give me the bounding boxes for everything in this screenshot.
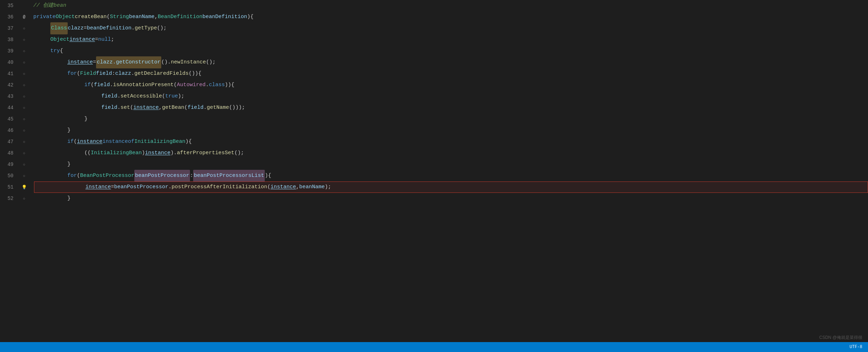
punct-36a: ( [107,11,110,23]
method-newInst-40: newInstance [171,57,206,68]
code-line-48: (( InitializingBean ) instance ). afterP… [33,147,868,159]
var-beanName-36: beanName [129,11,155,23]
ln-50: 50 [3,170,15,181]
method-getDecl-41: getDeclaredFields [134,68,189,79]
var-field-42: field [94,79,110,91]
kw-instanceof-47: instanceof [102,136,134,147]
dot-41: . [131,68,134,79]
paren-51a: ( [267,181,270,193]
paren-50a: ( [77,170,80,181]
comma-51: , [296,181,299,193]
code-lines: // 创建bean private Object createBean ( St… [30,0,868,342]
code-line-36: private Object createBean ( String beanN… [33,11,868,23]
code-line-42: if ( field . isAnnotationPresent ( Autow… [33,79,868,91]
gutter-51: 💡 [18,181,30,193]
var-field-44: field [101,102,117,113]
var-field-41: field [96,68,112,79]
semi-48: (); [234,147,244,159]
bool-true-43: true [165,91,178,102]
semi-51: ); [325,181,331,193]
code-line-45: } [33,113,868,125]
var-beanDef-36: beanDefinition [202,11,247,23]
brace-39: { [60,45,63,57]
gutter-37: ◇ [18,23,30,34]
type-string-36: String [110,11,129,23]
dot-42: . [110,79,113,91]
gutter-40: ◇ [18,57,30,68]
gutter-44: ◇ [18,102,30,113]
code-line-47: if ( instance instanceof InitializingBea… [33,136,868,147]
ln-42: 42 [3,79,15,91]
dot2-42: . [206,79,209,91]
kw-if-47: if [67,136,74,147]
eq-37: = [84,23,87,34]
paren-44a: ( [130,102,133,113]
gutter: @ ◇ ◇ ◇ ◇ ◇ ◇ ◇ ◇ ◇ ◇ ◇ ◇ ◇ ◇ 💡 ◇ [18,0,30,342]
kw-class-42: class [209,79,225,91]
type-init-47: InitializingBean [134,136,185,147]
ln-41: 41 [3,68,15,79]
eq-51: = [111,181,114,193]
ln-43: 43 [3,91,15,102]
eq-38: = [95,34,98,45]
method-getBean-44: getBean [162,102,184,113]
var-beanDef2-37: beanDefinition [87,23,131,34]
semi-40: (); [206,57,215,68]
kw-for-41: for [67,68,77,79]
gutter-42: ◇ [18,79,30,91]
ln-52: 52 [3,193,15,204]
gutter-45: ◇ [18,113,30,125]
paren-48c: ). [170,147,177,159]
punct-50: ){ [265,170,271,181]
method-postProcess-51: postProcessAfterInitialization [172,181,267,193]
status-bar: UTF-8 [0,342,868,352]
var-field-43: field [101,91,117,102]
ln-47: 47 [3,136,15,147]
paren-40: () [161,57,168,68]
var-bpp-51: beanPostProcessor [114,181,168,193]
code-line-49: } [33,159,868,170]
method-afterProps-48: afterPropertiesSet [177,147,234,159]
type-beanDef-36: BeanDefinition [158,11,202,23]
code-line-40: instance = clazz.getConstructor () . new… [33,57,868,68]
paren-48b: ) [142,147,145,159]
status-encoding: UTF-8 [850,345,862,350]
gutter-48: ◇ [18,147,30,159]
code-line-50: for ( BeanPostProcessor beanPostProcesso… [33,170,868,181]
ln-48: 48 [3,147,15,159]
type-object-36: Object [56,11,75,23]
paren-48a: (( [84,147,91,159]
kw-null-38: null [98,34,111,45]
var-bpp-50: beanPostProcessor [134,170,190,182]
code-line-38: Object instance = null ; [33,34,868,45]
code-line-43: field . setAccessible ( true ); [33,91,868,102]
code-line-41: for ( Field field : clazz . getDeclaredF… [33,68,868,79]
brace-45: } [84,113,88,125]
kw-try-39: try [50,45,60,57]
punct-41: ()){ [189,68,201,79]
semi-43: ); [178,91,184,102]
brace-52: } [67,193,71,204]
var-instance-38: instance [69,34,95,45]
dot-43: . [117,91,121,102]
paren-42a: ( [91,79,94,91]
method-setAcc-43: setAccessible [121,91,162,102]
method-createBean: createBean [75,11,107,23]
gutter-41: ◇ [18,68,30,79]
dot2-44: . [203,102,207,113]
punct-37: (); [157,23,167,34]
gutter-50: ◇ [18,170,30,181]
code-line-37: Class clazz = beanDefinition . getType (… [33,23,868,34]
ln-36: 36 [3,11,15,23]
var-instance-44: instance [133,102,159,113]
punct-36c: ){ [247,11,253,23]
gutter-43: ◇ [18,91,30,102]
var-instance-47: instance [77,136,102,147]
var-clazz-41: clazz [115,68,131,79]
var-instance-51: instance [85,181,111,193]
gutter-35 [18,0,30,11]
comment-35: // 创建bean [33,0,66,11]
code-line-52: } [33,193,868,204]
dot-51: . [168,181,172,193]
dot-37: . [131,23,135,34]
